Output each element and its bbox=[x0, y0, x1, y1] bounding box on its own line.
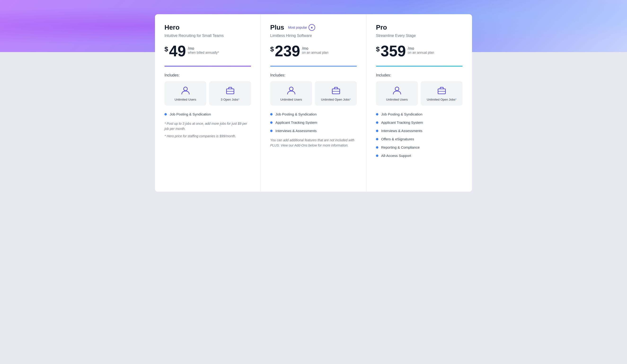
price-billing: on an annual plan bbox=[408, 51, 434, 54]
price-dollar: $ bbox=[376, 46, 380, 53]
plan-name: Hero bbox=[164, 24, 180, 31]
feature-list: Job Posting & Syndication Applicant Trac… bbox=[270, 112, 357, 133]
svg-point-0 bbox=[184, 87, 187, 91]
tile-label: Unlimited Users bbox=[175, 98, 196, 101]
feature-tile: Unlimited Users bbox=[376, 81, 418, 105]
tile-label: Unlimited Open Jobs* bbox=[427, 98, 457, 101]
includes-label: Includes: bbox=[270, 73, 357, 77]
price-details: /mo on an annual plan bbox=[302, 44, 328, 54]
feature-dot bbox=[270, 121, 272, 124]
plan-subtitle: Limitless Hiring Software bbox=[270, 34, 357, 38]
feature-dot bbox=[376, 138, 378, 140]
plan-subtitle: Streamline Every Stage bbox=[376, 34, 463, 38]
card-header: Plus Most popular ★ Limitless Hiring Sof… bbox=[270, 24, 357, 59]
tile-label: Unlimited Users bbox=[386, 98, 408, 101]
feature-text: Job Posting & Syndication bbox=[381, 112, 422, 116]
price-per-month: /mo bbox=[188, 46, 219, 51]
feature-tile: Unlimited Open Jobs* bbox=[315, 81, 357, 105]
feature-item: All-Access Support bbox=[376, 154, 463, 158]
feature-tile: Unlimited Open Jobs* bbox=[421, 81, 463, 105]
price-dollar: $ bbox=[164, 46, 168, 53]
feature-note: * Hero price for staffing companies is $… bbox=[164, 133, 251, 139]
feature-text: Interviews & Assessments bbox=[275, 129, 316, 133]
feature-dot bbox=[376, 146, 378, 149]
price-amount: 49 bbox=[169, 44, 186, 59]
feature-text: Reporting & Compliance bbox=[381, 145, 420, 149]
most-popular-label: Most popular bbox=[288, 26, 307, 29]
asterisk: * bbox=[455, 98, 456, 101]
tile-label: 3 Open Jobs* bbox=[221, 98, 239, 101]
feature-text: Offers & eSignatures bbox=[381, 137, 414, 141]
feature-list: Job Posting & Syndication bbox=[164, 112, 251, 116]
feature-item: Applicant Tracking System bbox=[376, 120, 463, 124]
briefcase-icon bbox=[437, 85, 447, 95]
briefcase-icon bbox=[225, 85, 235, 95]
briefcase-icon bbox=[331, 85, 341, 95]
addon-note: You can add additional features that are… bbox=[270, 138, 357, 148]
feature-dot bbox=[376, 155, 378, 157]
price-per-month: /mo bbox=[408, 46, 434, 51]
feature-text: All-Access Support bbox=[381, 154, 411, 158]
price-amount: 239 bbox=[275, 44, 300, 59]
user-icon bbox=[286, 85, 296, 95]
price-details: /mo on an annual plan bbox=[408, 44, 434, 54]
plan-name-row: Pro bbox=[376, 24, 463, 31]
feature-tile: Unlimited Users bbox=[164, 81, 206, 105]
plan-subtitle: Intuitive Recruiting for Small Teams bbox=[164, 34, 251, 38]
asterisk: * bbox=[238, 98, 239, 101]
plan-name: Plus bbox=[270, 24, 284, 31]
price-billing: on an annual plan bbox=[302, 51, 328, 54]
feature-item: Offers & eSignatures bbox=[376, 137, 463, 141]
tile-label: Unlimited Users bbox=[280, 98, 302, 101]
feature-text: Applicant Tracking System bbox=[381, 120, 423, 124]
feature-tiles: Unlimited Users Unlimited Open Jobs* bbox=[376, 81, 463, 105]
feature-item: Interviews & Assessments bbox=[376, 129, 463, 133]
price-billing: when billed annually* bbox=[188, 51, 219, 54]
price-row: $ 239 /mo on an annual plan bbox=[270, 44, 357, 59]
feature-tiles: Unlimited Users 3 Open Jobs* bbox=[164, 81, 251, 105]
price-per-month: /mo bbox=[302, 46, 328, 51]
feature-text: Job Posting & Syndication bbox=[275, 112, 316, 116]
plan-name-row: Hero bbox=[164, 24, 251, 31]
most-popular-badge: Most popular ★ bbox=[288, 24, 315, 31]
plan-card-pro: Pro Streamline Every Stage $ 359 /mo on … bbox=[366, 14, 472, 192]
plan-card-plus: Plus Most popular ★ Limitless Hiring Sof… bbox=[261, 14, 366, 192]
feature-note: * Post up to 3 jobs at once, add more jo… bbox=[164, 121, 251, 132]
pricing-cards: Hero Intuitive Recruiting for Small Team… bbox=[155, 14, 472, 192]
feature-item: Reporting & Compliance bbox=[376, 145, 463, 149]
price-row: $ 359 /mo on an annual plan bbox=[376, 44, 463, 59]
feature-dot bbox=[164, 113, 167, 115]
feature-dot bbox=[376, 113, 378, 115]
asterisk: * bbox=[350, 98, 351, 101]
feature-tile: Unlimited Users bbox=[270, 81, 312, 105]
plan-name: Pro bbox=[376, 24, 387, 31]
feature-dot bbox=[376, 130, 378, 132]
svg-point-3 bbox=[289, 87, 293, 91]
feature-tiles: Unlimited Users Unlimited Open Jobs* bbox=[270, 81, 357, 105]
feature-item: Interviews & Assessments bbox=[270, 129, 357, 133]
price-dollar: $ bbox=[270, 46, 274, 53]
user-icon bbox=[392, 85, 402, 95]
tile-label: Unlimited Open Jobs* bbox=[321, 98, 351, 101]
includes-label: Includes: bbox=[164, 73, 251, 77]
feature-tile: 3 Open Jobs* bbox=[209, 81, 251, 105]
feature-item: Job Posting & Syndication bbox=[270, 112, 357, 116]
svg-point-6 bbox=[395, 87, 399, 91]
feature-text: Interviews & Assessments bbox=[381, 129, 422, 133]
price-row: $ 49 /mo when billed annually* bbox=[164, 44, 251, 59]
plan-name-row: Plus Most popular ★ bbox=[270, 24, 357, 31]
plan-divider bbox=[164, 66, 251, 66]
price-amount: 359 bbox=[381, 44, 406, 59]
plan-divider bbox=[376, 66, 463, 66]
feature-dot bbox=[270, 113, 272, 115]
feature-dot bbox=[270, 130, 272, 132]
feature-dot bbox=[376, 121, 378, 124]
feature-text: Job Posting & Syndication bbox=[170, 112, 211, 116]
plan-card-hero: Hero Intuitive Recruiting for Small Team… bbox=[155, 14, 261, 192]
includes-label: Includes: bbox=[376, 73, 463, 77]
card-header: Hero Intuitive Recruiting for Small Team… bbox=[164, 24, 251, 59]
feature-item: Job Posting & Syndication bbox=[164, 112, 251, 116]
price-details: /mo when billed annually* bbox=[188, 44, 219, 54]
feature-text: Applicant Tracking System bbox=[275, 120, 317, 124]
user-icon bbox=[181, 85, 191, 95]
